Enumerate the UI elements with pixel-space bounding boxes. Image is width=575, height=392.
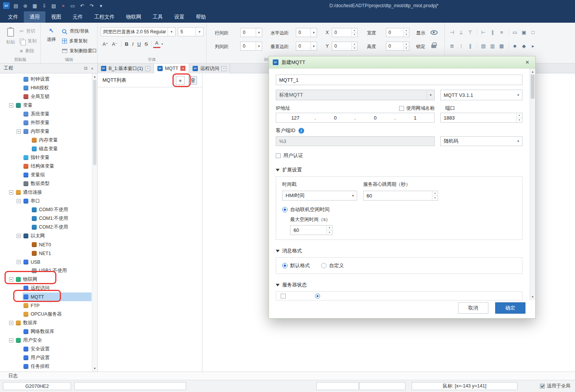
- tree-item-iot[interactable]: 物联网: [15, 275, 92, 284]
- eye-icon[interactable]: [430, 30, 438, 35]
- section-ext-settings[interactable]: 扩展设置: [276, 166, 522, 173]
- download-icon[interactable]: ⇩: [41, 2, 48, 9]
- tree-item-net[interactable]: NET0: [31, 240, 92, 249]
- paste-button[interactable]: 粘贴: [3, 28, 18, 45]
- chevron-down-icon[interactable]: ▾: [514, 137, 522, 146]
- down-arrow-icon[interactable]: ▼: [352, 46, 357, 51]
- tree-item-global-lock[interactable]: 全局互锁: [23, 92, 92, 101]
- spinner-arrows[interactable]: ▲▼: [351, 42, 357, 50]
- ip-octet[interactable]: 0: [316, 115, 355, 121]
- align-icon[interactable]: ▥: [488, 42, 497, 50]
- copy-delete-window-button[interactable]: 复制删除窗口: [62, 47, 97, 54]
- scroll-down-icon[interactable]: ▼: [92, 366, 97, 371]
- down-arrow-icon[interactable]: ▼: [404, 33, 409, 37]
- document-tab[interactable]: DT远程访问×: [189, 64, 230, 73]
- menu-item[interactable]: 通用: [24, 11, 45, 23]
- tree-item-memory-var[interactable]: 内存变量: [31, 136, 92, 145]
- redo-icon[interactable]: ↷: [88, 2, 95, 9]
- copy-button[interactable]: 复制: [20, 37, 37, 45]
- align-icon[interactable]: ≡: [497, 28, 506, 36]
- lock-icon[interactable]: [431, 45, 436, 48]
- msg-default-radio[interactable]: 默认格式: [282, 262, 310, 269]
- section-msg-format[interactable]: 消息格式: [276, 247, 522, 254]
- spacing-spinner[interactable]: 0▲▼: [332, 42, 357, 51]
- collapse-toggle-icon[interactable]: [9, 338, 13, 342]
- align-icon[interactable]: ◆: [520, 42, 528, 50]
- align-icon[interactable]: ▤: [479, 42, 488, 50]
- chevron-down-icon[interactable]: ▾: [256, 42, 262, 50]
- dialog-close-icon[interactable]: ×: [523, 59, 531, 66]
- more-icon[interactable]: ▾: [98, 2, 104, 9]
- align-icon[interactable]: ▸: [529, 42, 537, 50]
- down-arrow-icon[interactable]: ▼: [352, 33, 357, 37]
- close-icon[interactable]: ×: [221, 66, 226, 71]
- delete-button[interactable]: ×删除: [20, 47, 34, 54]
- spinner-arrows[interactable]: ▲▼: [351, 28, 357, 37]
- spinner-arrows[interactable]: ▲▼: [403, 28, 409, 37]
- mqtt-name-input[interactable]: MQTT_1: [276, 75, 522, 85]
- tree-item-net[interactable]: NET1: [31, 249, 92, 258]
- chevron-down-icon[interactable]: ▾: [162, 42, 163, 46]
- tree-item-database[interactable]: 数据库: [15, 319, 92, 327]
- font-size-select[interactable]: 5▾: [178, 27, 204, 36]
- tree-item-user-settings[interactable]: 用户设置: [23, 353, 92, 362]
- ip-octet[interactable]: 1: [396, 115, 435, 121]
- align-icon[interactable]: □: [529, 28, 537, 36]
- menu-item[interactable]: 物联网: [120, 11, 147, 23]
- chevron-down-icon[interactable]: ▾: [427, 90, 434, 100]
- tree-item-struct-var[interactable]: 结构体变量: [23, 162, 92, 171]
- scrollbar-thumb[interactable]: [531, 75, 535, 99]
- align-icon[interactable]: ▦: [497, 42, 506, 50]
- spacing-spinner[interactable]: 0▲▼: [386, 42, 409, 51]
- undo-icon[interactable]: ↶: [79, 2, 85, 9]
- align-icon[interactable]: ⊤: [466, 28, 474, 36]
- spinner-arrows[interactable]: ▲▼: [403, 42, 409, 50]
- align-icon[interactable]: ▭: [511, 28, 519, 36]
- menu-item[interactable]: 元件: [67, 11, 89, 23]
- close-icon[interactable]: ×: [91, 66, 93, 71]
- close-icon[interactable]: ×: [145, 66, 150, 71]
- save-icon[interactable]: ▤: [12, 2, 19, 9]
- spacing-spinner[interactable]: 0▲▼: [332, 28, 357, 37]
- scrollbar-thumb[interactable]: [93, 80, 96, 165]
- pin-icon[interactable]: ⊡: [84, 66, 87, 71]
- msg-custom-radio[interactable]: 自定义: [321, 262, 344, 269]
- scroll-up-icon[interactable]: ▲: [530, 69, 535, 74]
- radio-icon[interactable]: [282, 263, 288, 268]
- collapse-toggle-icon[interactable]: [17, 234, 21, 238]
- tree-item-serial[interactable]: 串口: [23, 197, 92, 205]
- build-icon[interactable]: ⊛: [22, 2, 29, 9]
- close-project-icon[interactable]: ×: [60, 2, 67, 9]
- simulate-icon[interactable]: ▭: [69, 2, 76, 9]
- collapse-toggle-icon[interactable]: [9, 321, 13, 325]
- checkbox-icon[interactable]: [540, 384, 545, 389]
- font-style-button[interactable]: I: [130, 40, 135, 48]
- font-style-button[interactable]: B: [123, 40, 130, 48]
- spinner-arrows[interactable]: ▲▼: [326, 226, 332, 235]
- align-icon[interactable]: ≣: [448, 42, 456, 50]
- export-icon[interactable]: ▧: [50, 2, 57, 9]
- font-family-select[interactable]: 阿里巴巴普惠体 2.0 55 Regular▾: [101, 27, 176, 36]
- ip-octet[interactable]: 127: [276, 115, 315, 121]
- scroll-down-icon[interactable]: ▼: [530, 294, 535, 299]
- up-arrow-icon[interactable]: ▲: [404, 28, 409, 33]
- document-tab[interactable]: DTB_1:基本窗口(1)×: [98, 64, 154, 73]
- font-style-button[interactable]: A: [153, 40, 160, 48]
- find-replace-button[interactable]: 查找/替换: [62, 27, 89, 35]
- align-icon[interactable]: ∥: [466, 42, 474, 50]
- add-mqtt-button[interactable]: +: [176, 76, 185, 85]
- menu-item[interactable]: 帮助: [190, 11, 212, 23]
- chevron-down-icon[interactable]: ▾: [311, 42, 317, 50]
- collapse-toggle-icon[interactable]: [9, 103, 13, 107]
- align-icon[interactable]: ■: [511, 42, 519, 50]
- tree-item-com-port[interactable]: COM1:不使用: [31, 214, 92, 223]
- close-icon[interactable]: ×: [180, 66, 185, 71]
- font-style-button[interactable]: A⁻: [110, 40, 120, 48]
- tree-item-internal-var[interactable]: 内部变量: [23, 127, 92, 136]
- tree-item-disk-var[interactable]: 磁盘变量: [31, 145, 92, 153]
- multi-copy-button[interactable]: 多重复制: [62, 37, 87, 45]
- tree-item-clock[interactable]: 时钟设置: [23, 75, 92, 84]
- align-icon[interactable]: ∥: [488, 28, 497, 36]
- client-id-mode-select[interactable]: 随机码▾: [440, 136, 522, 146]
- select-button[interactable]: ↖ 选择: [44, 28, 59, 43]
